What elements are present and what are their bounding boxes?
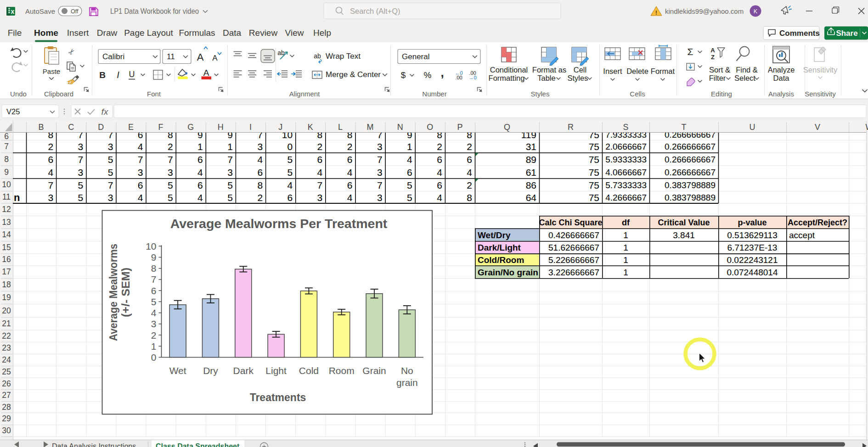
svg-text:6: 6 [287, 192, 293, 203]
svg-text:5: 5 [168, 192, 173, 203]
svg-text:3: 3 [108, 192, 113, 203]
svg-text:Merge & Center: Merge & Center [326, 70, 381, 79]
svg-text:2: 2 [257, 192, 263, 203]
svg-text:B: B [39, 123, 44, 132]
svg-text:F: F [158, 123, 163, 132]
svg-text:Formatting: Formatting [489, 74, 525, 82]
svg-text:7: 7 [138, 154, 143, 165]
svg-text:Delete: Delete [626, 67, 648, 75]
svg-text:x: x [11, 8, 15, 15]
svg-text:Σ: Σ [688, 46, 693, 57]
svg-text:Light: Light [265, 365, 287, 376]
svg-text:Z: Z [711, 54, 715, 61]
svg-text:29: 29 [2, 414, 11, 423]
svg-text:7: 7 [78, 154, 84, 165]
svg-text:grain: grain [396, 377, 418, 388]
svg-text:10: 10 [146, 241, 156, 251]
svg-text:89: 89 [526, 154, 536, 165]
svg-text:3.841: 3.841 [673, 230, 695, 240]
svg-text:1: 1 [623, 268, 628, 277]
svg-text:16: 16 [2, 255, 11, 264]
svg-text:Format: Format [651, 67, 675, 75]
svg-text:5: 5 [287, 167, 293, 178]
svg-text:D: D [98, 123, 104, 132]
svg-text:4: 4 [437, 167, 442, 178]
svg-text:$: $ [401, 70, 406, 80]
svg-text:Sensitivity: Sensitivity [803, 66, 838, 74]
svg-text:L: L [338, 123, 343, 132]
svg-text:11: 11 [167, 52, 175, 61]
svg-text:kindlekids99@yahoo.com: kindlekids99@yahoo.com [665, 7, 744, 15]
svg-text:.00: .00 [455, 75, 462, 80]
svg-text:0.383798889: 0.383798889 [665, 180, 716, 190]
svg-text:n: n [14, 192, 20, 203]
svg-text:Grain/No grain: Grain/No grain [478, 268, 538, 277]
svg-text:5: 5 [227, 192, 233, 203]
svg-text:19: 19 [2, 293, 11, 302]
svg-text:4: 4 [197, 192, 203, 203]
svg-text:4: 4 [317, 167, 323, 178]
svg-text:4: 4 [467, 167, 472, 178]
svg-text:Share: Share [836, 29, 857, 38]
svg-text:0.266666667: 0.266666667 [665, 142, 716, 151]
svg-text:O: O [427, 123, 433, 132]
svg-text:75: 75 [589, 154, 599, 165]
svg-text:2: 2 [467, 180, 472, 190]
svg-text:0.426666667: 0.426666667 [548, 230, 599, 240]
svg-text:Editing: Editing [711, 90, 732, 98]
svg-text:8: 8 [151, 263, 157, 274]
svg-text:5: 5 [168, 180, 173, 190]
svg-text:W: W [866, 123, 868, 132]
svg-text:14: 14 [2, 230, 11, 239]
svg-text:M: M [367, 123, 374, 132]
svg-text:4: 4 [437, 192, 442, 203]
svg-text:Page Layout: Page Layout [124, 28, 173, 38]
svg-text:!: ! [655, 9, 657, 16]
svg-text:2: 2 [317, 141, 323, 152]
svg-text:75: 75 [589, 180, 599, 190]
svg-text:4: 4 [48, 167, 53, 178]
svg-text:Cell: Cell [574, 66, 586, 74]
svg-text:0.513629113: 0.513629113 [727, 230, 778, 240]
svg-text:3: 3 [257, 141, 263, 152]
svg-text:Data Analysis Instructions: Data Analysis Instructions [52, 442, 136, 447]
svg-text:Cold: Cold [299, 365, 319, 376]
svg-text:7: 7 [108, 180, 113, 190]
svg-text:1: 1 [623, 230, 628, 240]
svg-text:fx: fx [101, 107, 109, 117]
svg-text:5: 5 [78, 192, 84, 203]
svg-text:0.266666667: 0.266666667 [665, 168, 716, 177]
svg-text:2: 2 [48, 141, 53, 152]
svg-text:6: 6 [347, 154, 353, 165]
svg-text:K: K [754, 8, 758, 15]
svg-text:Dry: Dry [203, 365, 218, 376]
svg-text:Paste: Paste [43, 67, 60, 75]
svg-text:9: 9 [4, 168, 9, 177]
svg-text:Review: Review [249, 28, 278, 38]
svg-text:Comments: Comments [779, 29, 820, 38]
svg-text:3: 3 [151, 318, 157, 329]
svg-text:6: 6 [407, 167, 412, 178]
svg-text:Insert: Insert [67, 28, 89, 38]
svg-text:6: 6 [347, 180, 353, 190]
svg-text:3: 3 [108, 141, 113, 152]
svg-text:2: 2 [151, 330, 157, 341]
svg-text:K: K [308, 123, 313, 132]
svg-text:View: View [285, 28, 304, 38]
svg-text:12: 12 [2, 205, 11, 214]
svg-text:Data: Data [223, 28, 242, 38]
svg-text:4: 4 [138, 141, 143, 152]
svg-text:T: T [682, 123, 687, 132]
svg-text:5.7333333: 5.7333333 [605, 180, 647, 190]
svg-text:G: G [187, 123, 194, 132]
svg-text:23: 23 [2, 343, 11, 352]
svg-text:6: 6 [257, 167, 263, 178]
svg-text:5: 5 [78, 180, 84, 190]
svg-text:C: C [68, 123, 74, 132]
svg-text:3: 3 [377, 167, 383, 178]
svg-text:N: N [397, 123, 403, 132]
svg-text:7: 7 [227, 154, 233, 165]
svg-text:21: 21 [2, 319, 11, 328]
svg-text:A: A [710, 47, 715, 54]
svg-text:Treatments: Treatments [250, 391, 306, 403]
